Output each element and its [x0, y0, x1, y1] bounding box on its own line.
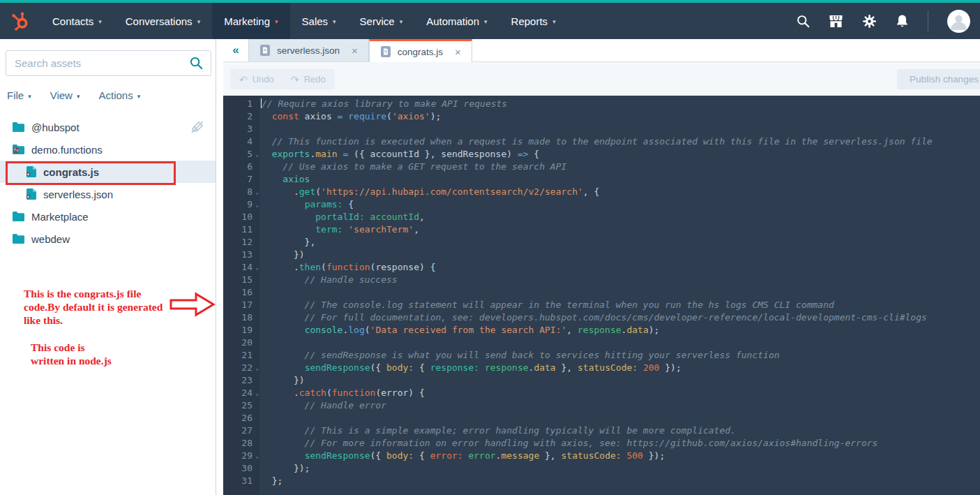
line-number: 28 — [223, 437, 259, 450]
line-number: 10 — [223, 211, 259, 223]
chevron-down-icon: ▾ — [333, 18, 336, 25]
code-line-content: // Require axios library to make API req… — [259, 98, 980, 110]
file-icon — [259, 45, 271, 56]
nav-item-service[interactable]: Service▾ — [348, 3, 415, 39]
code-line: 12 }, — [223, 236, 980, 249]
nav-item-contacts[interactable]: Contacts▾ — [40, 3, 114, 39]
search-assets-input[interactable] — [6, 57, 190, 69]
asset-tree: @hubspotfxdemo.functionscongrats.jsserve… — [0, 116, 216, 250]
nav-item-label: Automation — [426, 15, 479, 27]
collapse-sidebar-button[interactable]: « — [223, 39, 248, 61]
top-navigation-bar: Contacts▾Conversations▾Marketing▾Sales▾S… — [0, 3, 980, 39]
code-line: 16 — [223, 286, 980, 299]
line-number: 29▾ — [223, 450, 259, 462]
code-line: 30 }); — [223, 462, 980, 475]
line-number: 2 — [223, 110, 259, 123]
code-line-content: .get('https://api.hubapi.com/contentsear… — [259, 186, 980, 198]
sidebar-item-marketplace[interactable]: Marketplace — [0, 205, 216, 228]
editor-toolbar: ↶ Undo ↷ Redo Publish changes — [223, 62, 980, 96]
sidebar-item-congrats-js[interactable]: congrats.js — [0, 161, 216, 183]
annotation-arrow-icon — [169, 292, 216, 320]
menu-label: File — [7, 89, 24, 101]
nav-item-sales[interactable]: Sales▾ — [290, 3, 348, 39]
nav-item-label: Contacts — [52, 15, 93, 27]
tab-congrats-js[interactable]: congrats.js× — [369, 39, 472, 62]
line-number: 27 — [223, 424, 259, 437]
line-number: 21 — [223, 349, 259, 362]
code-line: 9▾ params: { — [223, 198, 980, 211]
file-icon — [27, 189, 36, 200]
line-number: 4 — [223, 135, 259, 148]
code-line-content — [259, 412, 980, 424]
line-number: 1 — [223, 98, 259, 110]
redo-icon: ↷ — [291, 74, 299, 85]
line-number: 14▾ — [223, 261, 259, 274]
menu-file[interactable]: File▾ — [7, 89, 31, 101]
annotation-text-2: This code is written in node.js — [31, 341, 112, 367]
code-line-content — [259, 337, 980, 349]
line-number: 18 — [223, 311, 259, 324]
code-line: 19 console.log('Data received from the s… — [223, 324, 980, 337]
line-number: 25 — [223, 399, 259, 412]
search-icon[interactable] — [797, 15, 810, 28]
code-line-content: portalId: accountId, — [259, 211, 980, 223]
code-line-content: // This function is executed when a requ… — [259, 135, 980, 148]
code-editor[interactable]: 1// Require axios library to make API re… — [223, 96, 980, 495]
code-line: 22▾ sendResponse({ body: { response: res… — [223, 362, 980, 374]
chevron-down-icon: ▾ — [137, 93, 141, 100]
code-line: 25 // Handle error — [223, 399, 980, 412]
chevron-down-icon: ▾ — [484, 18, 488, 25]
undo-icon: ↶ — [239, 74, 248, 85]
code-line-content — [259, 123, 980, 135]
nav-item-reports[interactable]: Reports▾ — [499, 3, 568, 39]
sidebar-menubar: File▾View▾Actions▾ — [7, 89, 140, 101]
close-tab-icon[interactable]: × — [455, 46, 461, 58]
sidebar-item-webdew[interactable]: webdew — [0, 228, 216, 250]
nav-item-automation[interactable]: Automation▾ — [414, 3, 499, 39]
code-line-content: sendResponse({ body: { error: error.mess… — [259, 450, 980, 462]
line-number: 8▾ — [223, 186, 259, 198]
code-line: 8▾ .get('https://api.hubapi.com/contents… — [223, 186, 980, 198]
code-line: 10 portalId: accountId, — [223, 211, 980, 223]
code-line-content: // Use axios to make a GET request to th… — [259, 161, 980, 173]
line-number: 15 — [223, 274, 259, 286]
line-number: 5▾ — [223, 148, 259, 161]
line-number: 20 — [223, 337, 259, 349]
sidebar-item-demo-functions[interactable]: fxdemo.functions — [0, 138, 216, 161]
code-line: 26 — [223, 412, 980, 424]
redo-button[interactable]: ↷ Redo — [282, 69, 335, 89]
hubspot-sprocket-logo[interactable] — [0, 11, 40, 31]
publish-changes-button[interactable]: Publish changes — [897, 69, 980, 89]
line-number: 31 — [223, 475, 259, 487]
menu-view[interactable]: View▾ — [50, 89, 80, 101]
code-line: 4 // This function is executed when a re… — [223, 135, 980, 148]
line-number: 22▾ — [223, 362, 259, 374]
search-assets-icon[interactable] — [190, 57, 211, 70]
undo-button[interactable]: ↶ Undo — [230, 69, 283, 89]
user-avatar[interactable] — [947, 10, 970, 33]
code-line: 2 const axios = require('axios'); — [223, 110, 980, 123]
code-line-content: }, — [259, 236, 980, 249]
folder-icon — [13, 122, 24, 132]
line-number: 19 — [223, 324, 259, 337]
line-number: 30 — [223, 462, 259, 475]
sidebar-item-serverless-json[interactable]: serverless.json — [0, 183, 216, 205]
marketplace-icon[interactable] — [829, 15, 843, 28]
avatar-placeholder-icon — [947, 10, 970, 33]
sidebar-item--hubspot[interactable]: @hubspot — [0, 116, 216, 138]
menu-actions[interactable]: Actions▾ — [98, 89, 140, 101]
nav-item-label: Conversations — [126, 15, 193, 27]
notifications-icon[interactable] — [896, 14, 909, 29]
chevron-down-icon: ▾ — [77, 93, 80, 100]
file-icon — [380, 46, 391, 57]
tab-serverless-json[interactable]: serverless.json× — [248, 39, 369, 61]
settings-icon[interactable] — [862, 14, 877, 29]
tree-item-label: serverless.json — [43, 189, 113, 200]
nav-item-conversations[interactable]: Conversations▾ — [114, 3, 212, 39]
code-line-content: axios — [259, 173, 980, 186]
nav-item-marketing[interactable]: Marketing▾ — [212, 3, 289, 39]
line-number: 12 — [223, 236, 259, 249]
line-number: 7 — [223, 173, 259, 186]
tab-label: serverless.json — [277, 45, 340, 56]
close-tab-icon[interactable]: × — [352, 45, 358, 57]
